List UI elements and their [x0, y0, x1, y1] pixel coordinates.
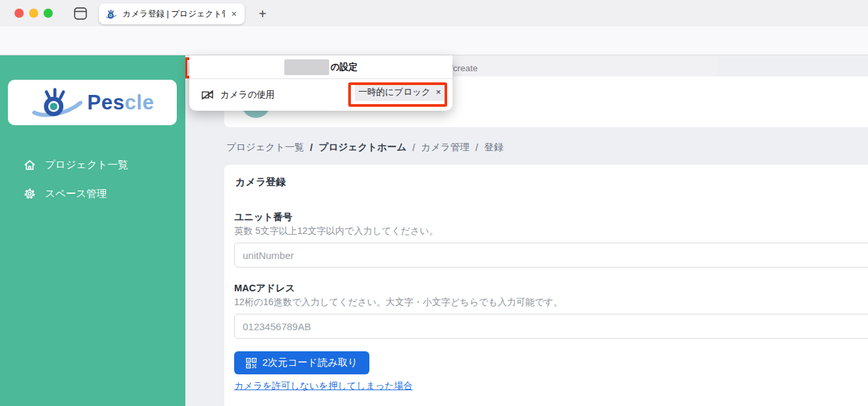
mac-address-hint: 12桁の16進数で入力してください。大文字・小文字どちらでも入力可能です。: [234, 297, 563, 308]
camera-blocked-icon: [201, 90, 214, 100]
annotation-box-block-button: [348, 82, 447, 107]
sidebar-item-label: スペース管理: [45, 187, 107, 201]
qr-scan-button[interactable]: 2次元コード読み取り: [234, 351, 369, 374]
minimize-window-button[interactable]: [29, 9, 38, 18]
qr-scan-button-label: 2次元コード読み取り: [263, 357, 358, 369]
breadcrumb-separator: /: [310, 142, 313, 153]
card-title: カメラ登録: [235, 176, 286, 188]
mac-address-label: MACアドレス: [234, 282, 295, 295]
camera-register-card: カメラ登録 ユニット番号 英数 5文字以上12文字以内で入力してください。 MA…: [224, 165, 868, 406]
browser-navbar: ← →: [0, 26, 868, 55]
pescle-eye-icon: [30, 87, 83, 119]
breadcrumb-project-list[interactable]: プロジェクト一覧: [226, 141, 304, 154]
favicon-pescle-eye-icon: [106, 9, 117, 19]
sidebar: Pescle プロジェクト一覧 スペース管理: [0, 55, 185, 406]
browser-tab[interactable]: カメラ登録 | プロジェクト管理 ×: [99, 3, 245, 24]
pescle-logo[interactable]: Pescle: [8, 80, 177, 125]
breadcrumb-register: 登録: [484, 141, 503, 154]
home-icon: [24, 160, 36, 171]
tab-title: カメラ登録 | プロジェクト管理: [123, 9, 225, 20]
camera-denied-help-link[interactable]: カメラを許可しないを押してしまった場合: [234, 380, 413, 392]
browser-tab-bar: カメラ登録 | プロジェクト管理 × +: [0, 0, 868, 26]
breadcrumb: プロジェクト一覧 / プロジェクトホーム / カメラ管理 / 登録: [226, 141, 503, 154]
mac-address-input[interactable]: [234, 314, 868, 339]
close-window-button[interactable]: [15, 9, 24, 18]
sidebar-item-label: プロジェクト一覧: [45, 158, 128, 172]
redacted-site-name: [284, 59, 329, 75]
logo-text-dark: Pes: [87, 91, 125, 114]
unit-number-input[interactable]: [234, 243, 868, 268]
maximize-window-button[interactable]: [44, 9, 53, 18]
breadcrumb-project-home[interactable]: プロジェクトホーム: [319, 141, 406, 154]
qr-code-icon: [246, 358, 257, 368]
tabs-overview-icon[interactable]: [74, 7, 87, 20]
sidebar-item-space-management[interactable]: スペース管理: [0, 181, 185, 207]
tab-close-icon[interactable]: ×: [230, 9, 238, 19]
sidebar-item-project-list[interactable]: プロジェクト一覧: [0, 152, 185, 178]
camera-permission-label: カメラの使用: [220, 89, 274, 101]
logo-text-light: cle: [125, 91, 154, 114]
new-tab-button[interactable]: +: [253, 4, 272, 24]
gear-icon: [24, 188, 36, 200]
popup-header-text: の設定: [330, 61, 357, 73]
window-controls: [15, 9, 53, 18]
pescle-logo-text: Pescle: [87, 91, 154, 115]
camera-permission-popup: の設定 カメラの使用 一時的にブロック ×: [189, 55, 452, 111]
breadcrumb-camera-management[interactable]: カメラ管理: [421, 141, 470, 154]
breadcrumb-separator: /: [476, 142, 478, 153]
popup-header: の設定: [189, 55, 452, 79]
unit-number-hint: 英数 5文字以上12文字以内で入力してください。: [234, 225, 439, 237]
unit-number-label: ユニット番号: [234, 211, 292, 223]
breadcrumb-separator: /: [412, 142, 415, 153]
